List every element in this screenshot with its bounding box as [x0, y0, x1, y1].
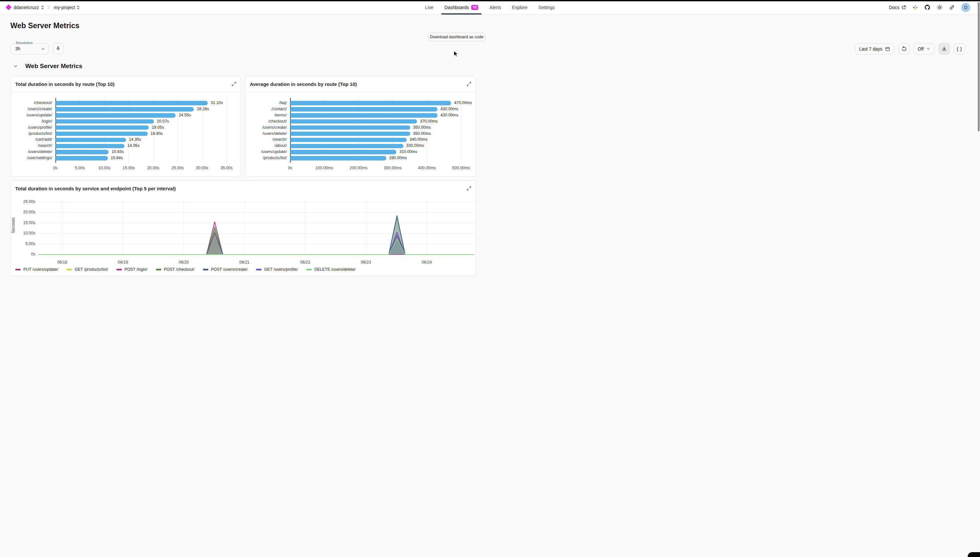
legend-label: POST /checkout/ — [164, 267, 195, 272]
legend-label: POST /login/ — [124, 267, 148, 272]
mouse-cursor — [453, 50, 460, 57]
bar-value: 470.00ms — [454, 101, 472, 105]
bar-value: 10.64s — [111, 156, 123, 160]
bar[interactable] — [290, 113, 437, 118]
bar[interactable] — [56, 132, 148, 136]
pin-button[interactable] — [52, 43, 64, 54]
resolution-select[interactable]: Resolution 3h — [10, 43, 49, 54]
axis-tick-label: 300.00ms — [380, 166, 406, 170]
series-area — [38, 239, 474, 254]
legend-item[interactable]: POST /users/create/ — [203, 267, 248, 272]
bar[interactable] — [56, 156, 108, 161]
bar-value: 340.00ms — [410, 137, 427, 142]
bar[interactable] — [290, 156, 386, 161]
series-line — [38, 235, 474, 254]
breadcrumb-separator: / — [48, 5, 50, 10]
chevron-down-icon — [13, 64, 18, 69]
chevron-updown-icon — [76, 5, 80, 10]
active-tab-underline — [441, 13, 482, 15]
axis-tick-label: 35.00s — [214, 166, 239, 170]
bar-value: 18.80s — [151, 131, 163, 136]
x-tick-label: 06/18 — [49, 260, 75, 265]
bar[interactable] — [290, 144, 403, 148]
axis-tick-label: 15.00s — [116, 166, 141, 170]
project-switcher[interactable]: my-project — [54, 5, 80, 10]
org-name: ddanielcruzz — [14, 5, 39, 10]
bar[interactable] — [290, 119, 417, 124]
bar[interactable] — [290, 101, 451, 105]
x-tick-label: 06/20 — [171, 260, 197, 265]
y-axis-title: Seconds — [11, 203, 16, 248]
bar[interactable] — [290, 150, 397, 154]
bar[interactable] — [56, 101, 208, 105]
axis-tick-label: 100.00ms — [311, 166, 337, 170]
expand-icon[interactable] — [466, 81, 471, 86]
bar[interactable] — [290, 107, 437, 112]
x-tick-label: 06/22 — [292, 260, 318, 265]
bar-value: 19.05s — [152, 125, 164, 130]
bar[interactable] — [56, 113, 176, 118]
legend-item[interactable]: PUT /users/update/ — [15, 267, 58, 272]
bar[interactable] — [290, 132, 410, 136]
org-switcher[interactable]: ddanielcruzz — [14, 5, 44, 10]
nav-tab-alerts[interactable]: Alerts — [486, 0, 490, 15]
series-area — [38, 235, 474, 254]
bar-row-label: /products/list/ — [11, 131, 52, 136]
bar-row-label: /users/create/ — [11, 107, 52, 111]
bar-row-label: /users/delete/ — [11, 150, 52, 154]
bar[interactable] — [56, 107, 194, 112]
bar[interactable] — [56, 138, 126, 142]
bar-row-label: /users/update/ — [11, 113, 52, 117]
bar-row-label: /checkout/ — [11, 101, 52, 105]
brand-logo-icon[interactable] — [5, 4, 11, 10]
tooltip: Download dashboard as code — [428, 33, 485, 41]
bar[interactable] — [56, 144, 124, 148]
bar-row-label: /checkout/ — [245, 119, 287, 124]
nav-tab-dashboards[interactable]: Dashboards V2 — [441, 0, 482, 15]
panel-title: Total duration in seconds by route (Top … — [15, 81, 114, 87]
expand-icon[interactable] — [231, 81, 237, 86]
bar-row-label: /search/ — [245, 137, 287, 142]
axis-tick-label: 10.00s — [91, 166, 117, 170]
bar-value: 28.26s — [197, 107, 209, 111]
project-name: my-project — [54, 5, 75, 10]
timeseries-plot[interactable] — [38, 197, 474, 255]
section-header[interactable]: Web Server Metrics — [13, 63, 82, 70]
breadcrumb: ddanielcruzz / my-project — [7, 0, 80, 15]
legend-item[interactable]: GET /users/profile/ — [256, 267, 298, 272]
bar-value: 350.00ms — [413, 125, 431, 130]
axis-tick-label: 0s — [42, 166, 68, 170]
legend-item[interactable]: POST /checkout/ — [156, 267, 195, 272]
legend-item[interactable]: GET /products/list/ — [67, 267, 108, 272]
bar[interactable] — [56, 119, 154, 124]
bar[interactable] — [56, 125, 149, 130]
bar[interactable] — [290, 125, 410, 130]
series-line — [38, 239, 474, 254]
bar-value: 31.10s — [211, 101, 223, 105]
x-tick-label: 06/23 — [353, 260, 379, 265]
bar[interactable] — [56, 150, 109, 154]
legend-swatch — [116, 269, 122, 270]
panel-duration-by-service-endpoint: Total duration in seconds by service and… — [10, 180, 476, 276]
legend-item[interactable]: POST /login/ — [116, 267, 148, 272]
chevron-updown-icon — [41, 5, 44, 10]
series-area — [38, 216, 474, 254]
bar-value: 430.00ms — [440, 107, 458, 111]
bar[interactable] — [290, 138, 407, 142]
area-chart-duration-timeseries: 0s5.00s10.00s15.00s20.00s25.00sSeconds06… — [11, 197, 476, 277]
expand-icon[interactable] — [466, 186, 471, 191]
bar-value: 14.35s — [129, 137, 141, 142]
pin-icon — [55, 46, 61, 52]
nav-tab-live[interactable]: Live — [422, 0, 437, 15]
resolution-value: 3h — [15, 46, 20, 51]
axis-tick-label: 20.00s — [140, 166, 166, 170]
legend-label: POST /users/create/ — [211, 267, 248, 272]
y-tick-label: 0s — [11, 252, 35, 256]
legend-item[interactable]: DELETE /users/delete/ — [306, 267, 356, 272]
axis-tick-label: 5.00s — [67, 166, 93, 170]
axis-tick-label: 500.00ms — [448, 166, 474, 170]
panel-header: Total duration in seconds by route (Top … — [11, 76, 241, 92]
bar-value: 24.55s — [179, 113, 191, 117]
panel-title: Total duration in seconds by service and… — [15, 186, 176, 191]
legend-label: GET /users/profile/ — [264, 267, 298, 272]
